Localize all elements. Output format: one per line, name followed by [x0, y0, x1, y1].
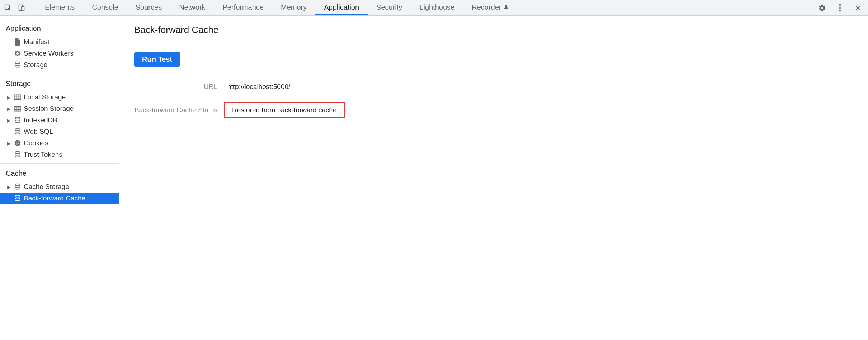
sidebar-item-label: Local Storage — [24, 93, 66, 101]
sidebar-item-cookies[interactable]: ▸ Cookies — [0, 137, 119, 149]
svg-rect-7 — [14, 95, 21, 99]
section-storage: Storage ▸ Local Storage ▸ Session Storag… — [0, 77, 119, 164]
status-label: Back-forward Cache Status — [134, 106, 224, 114]
svg-point-13 — [18, 141, 19, 142]
sidebar-item-label: Cache Storage — [24, 183, 69, 191]
info-row-url: URL http://localhost:5000/ — [134, 81, 853, 93]
url-value: http://localhost:5000/ — [224, 81, 294, 93]
svg-point-15 — [18, 143, 19, 144]
sidebar-item-cache-storage[interactable]: ▸ Cache Storage — [0, 181, 119, 193]
content-pane: Back-forward Cache Run Test URL http://l… — [119, 16, 868, 340]
sidebar-item-web-sql[interactable]: ▸ Web SQL — [0, 126, 119, 137]
table-icon — [14, 105, 22, 113]
sidebar-item-indexeddb[interactable]: ▸ IndexedDB — [0, 114, 119, 126]
chevron-right-icon: ▸ — [6, 141, 11, 146]
svg-point-5 — [839, 10, 841, 11]
svg-rect-2 — [22, 6, 24, 11]
topbar-right-controls — [808, 3, 864, 13]
svg-point-10 — [15, 129, 20, 131]
tab-sources[interactable]: Sources — [127, 0, 170, 15]
sidebar-item-session-storage[interactable]: ▸ Session Storage — [0, 103, 119, 114]
tab-console[interactable]: Console — [83, 0, 127, 15]
svg-point-18 — [15, 195, 20, 197]
sidebar-item-label: Back-forward Cache — [24, 194, 85, 202]
database-icon — [14, 61, 22, 69]
svg-point-9 — [15, 117, 20, 119]
application-sidebar: Application ▸ Manifest ▸ Service Workers… — [0, 16, 119, 340]
main-area: Application ▸ Manifest ▸ Service Workers… — [0, 16, 868, 340]
svg-point-16 — [15, 152, 20, 154]
svg-point-6 — [15, 62, 20, 64]
sidebar-item-storage[interactable]: ▸ Storage — [0, 59, 119, 71]
section-application: Application ▸ Manifest ▸ Service Workers… — [0, 22, 119, 74]
svg-point-4 — [839, 7, 841, 9]
more-icon[interactable] — [836, 4, 844, 12]
database-icon — [14, 116, 22, 124]
info-row-status: Back-forward Cache Status Restored from … — [134, 102, 853, 118]
sidebar-item-label: Manifest — [24, 38, 49, 46]
chevron-right-icon: ▸ — [6, 118, 11, 123]
section-title-application: Application — [0, 22, 119, 36]
devtools-topbar: Elements Console Sources Network Perform… — [0, 0, 868, 16]
status-value: Restored from back-forward cache — [224, 102, 345, 118]
sidebar-item-label: Web SQL — [24, 128, 53, 136]
sidebar-item-bfcache[interactable]: ▸ Back-forward Cache — [0, 193, 119, 204]
sidebar-item-local-storage[interactable]: ▸ Local Storage — [0, 91, 119, 103]
section-cache: Cache ▸ Cache Storage ▸ Back-forward Cac… — [0, 166, 119, 207]
divider — [808, 3, 808, 13]
sidebar-item-service-workers[interactable]: ▸ Service Workers — [0, 48, 119, 59]
device-toggle-icon[interactable] — [17, 4, 26, 12]
close-icon[interactable] — [854, 4, 862, 12]
database-icon — [14, 128, 22, 136]
tab-performance[interactable]: Performance — [214, 0, 273, 15]
sidebar-item-label: Cookies — [24, 139, 48, 147]
topbar-left-controls — [4, 0, 31, 15]
content-body: Run Test URL http://localhost:5000/ Back… — [119, 43, 868, 136]
section-title-cache: Cache — [0, 166, 119, 181]
run-test-button[interactable]: Run Test — [134, 52, 180, 67]
tab-lighthouse[interactable]: Lighthouse — [411, 0, 463, 15]
settings-icon[interactable] — [818, 4, 826, 12]
document-icon — [14, 38, 22, 46]
svg-point-3 — [839, 4, 841, 6]
page-title: Back-forward Cache — [134, 24, 868, 36]
tab-elements[interactable]: Elements — [36, 0, 83, 15]
svg-point-17 — [15, 184, 20, 186]
svg-point-12 — [16, 142, 17, 143]
tab-recorder-label: Recorder — [472, 3, 501, 11]
svg-rect-8 — [14, 106, 21, 111]
sidebar-item-trust-tokens[interactable]: ▸ Trust Tokens — [0, 149, 119, 160]
sidebar-item-label: Session Storage — [24, 105, 74, 113]
chevron-right-icon: ▸ — [6, 95, 11, 100]
database-icon — [14, 183, 22, 191]
svg-point-11 — [15, 140, 21, 146]
cookie-icon — [14, 139, 22, 147]
sidebar-item-label: Trust Tokens — [24, 151, 62, 159]
database-icon — [14, 194, 22, 202]
svg-point-14 — [16, 143, 18, 145]
section-title-storage: Storage — [0, 77, 119, 91]
tab-application[interactable]: Application — [315, 0, 368, 15]
database-icon — [14, 151, 22, 159]
tab-memory[interactable]: Memory — [272, 0, 315, 15]
tab-security[interactable]: Security — [368, 0, 411, 15]
sidebar-item-label: Service Workers — [24, 49, 74, 57]
gear-icon — [14, 49, 22, 57]
chevron-right-icon: ▸ — [6, 106, 11, 111]
sidebar-item-label: IndexedDB — [24, 116, 57, 124]
devtools-tabs: Elements Console Sources Network Perform… — [36, 0, 518, 15]
info-grid: URL http://localhost:5000/ Back-forward … — [134, 81, 853, 118]
inspect-element-icon[interactable] — [4, 4, 12, 12]
chevron-right-icon: ▸ — [6, 184, 11, 189]
flask-icon — [503, 4, 509, 10]
table-icon — [14, 93, 22, 101]
tab-network[interactable]: Network — [170, 0, 214, 15]
tab-recorder[interactable]: Recorder — [463, 0, 518, 15]
sidebar-item-manifest[interactable]: ▸ Manifest — [0, 36, 119, 48]
url-label: URL — [134, 83, 224, 91]
sidebar-item-label: Storage — [24, 61, 48, 69]
content-header: Back-forward Cache — [119, 16, 868, 43]
